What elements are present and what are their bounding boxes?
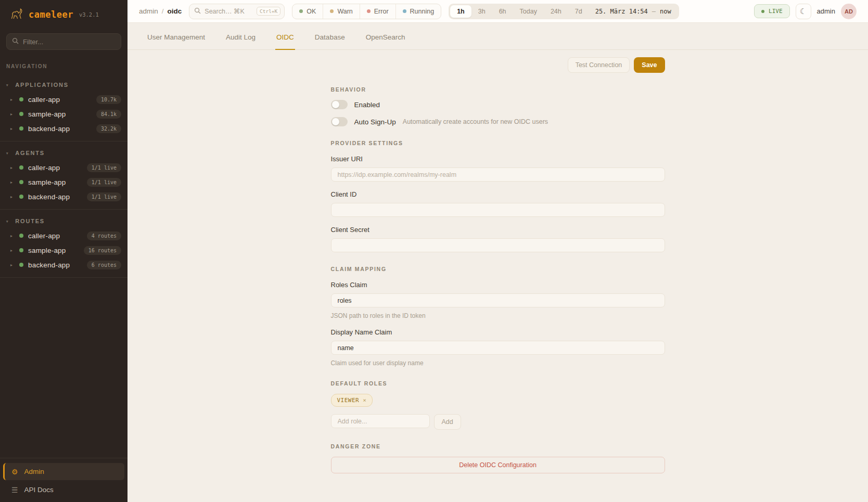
settings-tabbar: User Management Audit Log OIDC Database … [127, 23, 868, 50]
brand-header: cameleer v3.2.1 [0, 0, 127, 29]
enabled-toggle[interactable] [331, 100, 348, 109]
display-name-claim-label: Display Name Claim [331, 328, 665, 336]
tab-user-management[interactable]: User Management [146, 23, 206, 50]
time-range-1h[interactable]: 1h [450, 5, 471, 18]
item-badge: 1/1 live [87, 163, 121, 172]
status-filter-warn[interactable]: Warn [323, 4, 360, 19]
sidebar-item-sample-app-agent[interactable]: ▸ sample-app 1/1 live [0, 175, 127, 189]
test-connection-button[interactable]: Test Connection [568, 57, 630, 73]
item-label: caller-app [28, 96, 92, 104]
error-dot-icon [367, 9, 371, 13]
enabled-toggle-row: Enabled [331, 100, 665, 109]
sidebar-item-backend-app-agent[interactable]: ▸ backend-app 1/1 live [0, 189, 127, 204]
status-dot-icon [19, 126, 23, 131]
brand-name: cameleer [29, 9, 73, 20]
search-icon [12, 37, 19, 46]
time-range-today[interactable]: Today [513, 5, 544, 18]
live-badge[interactable]: LIVE [754, 4, 790, 18]
oidc-form: Test Connection Save BEHAVIOR Enabled Au… [331, 50, 665, 473]
time-range-7d[interactable]: 7d [568, 5, 589, 18]
admin-label: Admin [24, 468, 44, 475]
save-button[interactable]: Save [634, 57, 665, 73]
delete-oidc-button[interactable]: Delete OIDC Configuration [331, 457, 665, 473]
roles-claim-input[interactable] [331, 293, 665, 307]
tab-oidc[interactable]: OIDC [275, 23, 295, 50]
sidebar-item-caller-app-routes[interactable]: ▸ caller-app 4 routes [0, 228, 127, 243]
app-root: cameleer v3.2.1 NAVIGATION ▾ APPLICATION… [0, 0, 868, 502]
item-label: backend-app [28, 125, 92, 133]
status-label: Running [410, 8, 435, 15]
avatar[interactable]: AD [841, 4, 857, 19]
breadcrumb-root[interactable]: admin [139, 7, 158, 15]
remove-chip-icon[interactable]: × [363, 397, 366, 404]
section-header-routes[interactable]: ▾ ROUTES [0, 213, 127, 228]
status-filter-ok[interactable]: OK [292, 4, 323, 19]
camel-logo-icon [8, 6, 24, 23]
tab-database[interactable]: Database [314, 23, 346, 50]
status-filter-error[interactable]: Error [360, 4, 396, 19]
sidebar-item-admin[interactable]: ⚙ Admin [3, 463, 124, 480]
item-badge: 1/1 live [87, 178, 121, 187]
status-dot-icon [19, 180, 23, 184]
item-label: backend-app [28, 261, 82, 269]
sidebar-item-backend-app[interactable]: ▸ backend-app 32.2k [0, 121, 127, 136]
chevron-down-icon: ▾ [6, 151, 9, 155]
sidebar-item-sample-app-routes[interactable]: ▸ sample-app 16 routes [0, 243, 127, 258]
breadcrumb: admin / oidc [139, 7, 182, 15]
role-chip-list: VIEWER × [331, 394, 665, 407]
client-id-input[interactable] [331, 203, 665, 217]
section-title: ROUTES [15, 218, 45, 224]
provider-section-title: PROVIDER SETTINGS [331, 140, 665, 146]
global-search[interactable]: Ctrl+K [189, 4, 285, 19]
sidebar-item-caller-app[interactable]: ▸ caller-app 10.7k [0, 92, 127, 107]
claims-section-title: CLAIM MAPPING [331, 266, 665, 272]
chevron-right-icon: ▸ [10, 97, 15, 102]
user-name: admin [817, 7, 835, 15]
status-label: Error [374, 8, 389, 15]
sidebar-item-caller-app-agent[interactable]: ▸ caller-app 1/1 live [0, 160, 127, 175]
add-role-input[interactable] [331, 414, 430, 428]
sidebar-item-sample-app[interactable]: ▸ sample-app 84.1k [0, 107, 127, 121]
section-header-agents[interactable]: ▾ AGENTS [0, 145, 127, 160]
status-dot-icon [19, 263, 23, 267]
time-range-6h[interactable]: 6h [492, 5, 513, 18]
tab-opensearch[interactable]: OpenSearch [365, 23, 406, 50]
item-label: sample-app [28, 247, 79, 254]
status-filter-running[interactable]: Running [396, 4, 441, 19]
global-search-input[interactable] [205, 8, 253, 15]
issuer-uri-input[interactable] [331, 168, 665, 182]
autosignup-toggle[interactable] [331, 117, 348, 126]
shortcut-kbd: Ctrl+K [257, 7, 280, 16]
section-header-applications[interactable]: ▾ APPLICATIONS [0, 76, 127, 92]
add-role-row: Add [331, 414, 665, 430]
chevron-down-icon: ▾ [6, 83, 9, 87]
ok-dot-icon [299, 9, 303, 13]
theme-toggle-button[interactable]: ☾ [796, 4, 811, 19]
time-range-3h[interactable]: 3h [471, 5, 492, 18]
time-from: 25. März 14:54 [595, 8, 648, 15]
danger-zone-section-title: DANGER ZONE [331, 443, 665, 449]
sidebar-filter-input[interactable] [23, 38, 116, 46]
add-role-button[interactable]: Add [434, 414, 461, 430]
client-secret-input[interactable] [331, 238, 665, 252]
display-name-claim-hint: Claim used for user display name [331, 359, 665, 367]
top-bar: admin / oidc Ctrl+K OK [127, 0, 868, 23]
chevron-down-icon: ▾ [6, 220, 9, 223]
time-range-selector: 1h 3h 6h Today 24h 7d 25. März 14:54 – n… [449, 4, 679, 19]
tab-audit-log[interactable]: Audit Log [225, 23, 257, 50]
sidebar-item-api-docs[interactable]: ☰ API Docs [3, 480, 124, 496]
status-filter-group: OK Warn Error Running [292, 4, 441, 19]
display-name-claim-input[interactable] [331, 341, 665, 355]
item-badge: 6 routes [87, 261, 121, 269]
item-label: backend-app [28, 193, 82, 201]
sidebar-filter[interactable] [6, 33, 121, 50]
sidebar-item-backend-app-routes[interactable]: ▸ backend-app 6 routes [0, 258, 127, 272]
breadcrumb-separator: / [162, 7, 164, 15]
chevron-right-icon: ▸ [10, 126, 15, 131]
main-area: admin / oidc Ctrl+K OK [127, 0, 868, 502]
status-label: Warn [337, 8, 352, 15]
issuer-uri-label: Issuer URI [331, 155, 665, 163]
item-badge: 1/1 live [87, 192, 121, 201]
time-range-24h[interactable]: 24h [544, 5, 568, 18]
sidebar: cameleer v3.2.1 NAVIGATION ▾ APPLICATION… [0, 0, 127, 502]
